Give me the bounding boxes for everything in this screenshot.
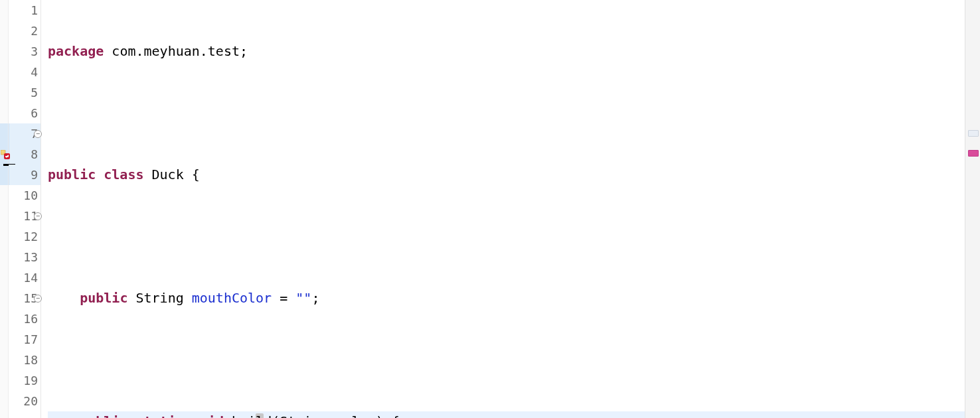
code-text: String [127,290,191,306]
method-name: bui [232,413,256,418]
code-line[interactable]: package com.meyhuan.test; [48,41,965,62]
code-text: com.meyhuan.test; [104,43,248,59]
code-area[interactable]: package com.meyhuan.test; public class D… [41,0,965,418]
line-number[interactable]: 4 [9,62,41,82]
keyword: void [184,413,224,418]
text-selection: l [256,413,264,418]
line-number[interactable]: 10 [9,185,41,206]
line-number[interactable]: 14 [9,267,41,288]
keyword: public [48,167,96,182]
error-quickfix-icon[interactable] [1,150,10,159]
line-number[interactable]: 11 − [9,206,41,226]
keyword: static [127,413,183,418]
line-number[interactable]: 3 [9,41,41,62]
marker-bar [0,0,9,418]
field-ref: mouthColor [192,290,272,306]
code-line[interactable] [48,350,965,370]
line-number[interactable]: 1 [9,0,41,21]
overview-error-marker[interactable] [968,150,979,157]
code-line[interactable]: public String mouthColor = ""; [48,288,965,309]
line-number[interactable]: 13 [9,247,41,267]
line-number[interactable]: 20 [9,391,41,411]
keyword: class [96,167,143,182]
line-number[interactable]: 6 [9,103,41,123]
code-line[interactable] [48,226,965,247]
line-number[interactable]: 17 [9,329,41,350]
overview-ruler[interactable] [965,0,980,418]
line-number[interactable]: 8 [9,144,41,165]
code-line[interactable] [48,103,965,123]
line-number[interactable]: 15 − [9,288,41,309]
line-number[interactable]: 7 − [9,123,41,144]
string-literal: "" [295,290,311,306]
code-line[interactable]: public static void build(String color) { [48,411,965,418]
line-number[interactable]: 12 [9,226,41,247]
method-name: d [264,413,272,418]
line-number[interactable]: 18 [9,350,41,370]
keyword: public [80,290,127,306]
line-number[interactable]: 9 [9,165,41,185]
line-number[interactable]: 16 [9,309,41,329]
keyword: public [80,413,127,418]
code-text: Duck { [144,167,200,182]
overview-caret-marker[interactable] [968,130,979,137]
code-editor: 1 2 3 4 5 6 7 − 8 9 10 11 − [0,0,980,418]
line-number[interactable]: 2 [9,21,41,41]
code-line[interactable]: public class Duck { [48,165,965,185]
code-text: (String color) { [272,413,400,418]
line-number-gutter[interactable]: 1 2 3 4 5 6 7 − 8 9 10 11 − [9,0,41,418]
line-number[interactable]: 19 [9,370,41,391]
keyword: package [48,43,104,59]
line-number[interactable]: 5 [9,82,41,103]
